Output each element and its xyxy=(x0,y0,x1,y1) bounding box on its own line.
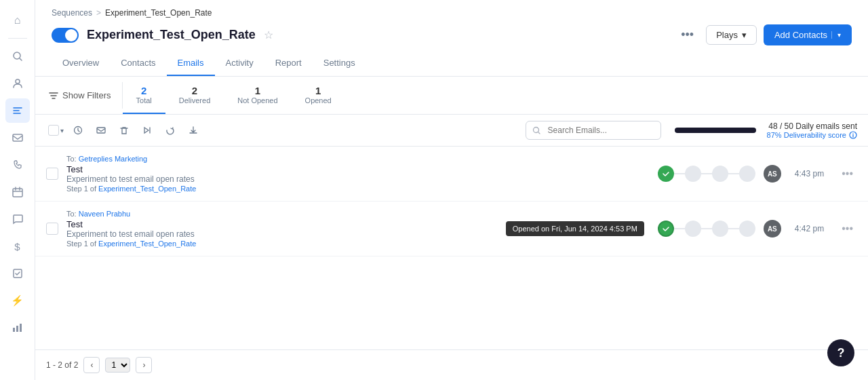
next-page-button[interactable]: › xyxy=(136,357,152,373)
row-checkbox-2[interactable] xyxy=(46,223,58,235)
sidebar-item-calendar[interactable] xyxy=(5,180,30,204)
add-contacts-label: Add Contacts xyxy=(774,30,827,40)
svg-line-17 xyxy=(538,132,540,134)
toolbar: ▾ xyxy=(35,115,868,147)
tab-activity[interactable]: Activity xyxy=(215,51,264,76)
sidebar-item-reports[interactable] xyxy=(5,316,30,340)
email-more-button-1[interactable]: ••• xyxy=(837,166,857,181)
status-dot-opened-2 xyxy=(658,221,674,237)
email-info-1: To: Getreplies Marketing Test Experiment… xyxy=(66,155,650,193)
skip-button[interactable] xyxy=(137,120,157,140)
not-opened-count: 1 xyxy=(237,85,277,96)
row-checkbox-1[interactable] xyxy=(46,168,58,180)
download-button[interactable] xyxy=(183,120,203,140)
sidebar-item-lightning[interactable]: ⚡ xyxy=(5,288,30,313)
step-label-1: Step 1 of xyxy=(66,185,96,193)
stat-opened[interactable]: 1 Opened xyxy=(292,77,345,114)
title-actions: ••• Plays ▾ Add Contacts ▾ xyxy=(675,24,852,45)
table-row[interactable]: To: Naveen Prabhu Test Experiment to tes… xyxy=(35,202,868,256)
sidebar-item-dollar[interactable]: $ xyxy=(5,234,30,259)
opened-label: Opened xyxy=(305,96,332,104)
info-icon[interactable] xyxy=(849,131,857,139)
title-row: Experiment_Test_Open_Rate ☆ ••• Plays ▾ … xyxy=(52,20,852,51)
stat-not-opened[interactable]: 1 Not Opened xyxy=(224,77,291,114)
email-subject-2: Test xyxy=(66,219,498,229)
email-button[interactable] xyxy=(91,120,111,140)
history-button[interactable] xyxy=(68,120,88,140)
nav-tabs: Overview Contacts Emails Activity Report… xyxy=(52,51,852,76)
stat-total[interactable]: 2 Total xyxy=(123,77,165,114)
sidebar-item-sequences[interactable] xyxy=(5,98,30,123)
pagination: 1 - 2 of 2 ‹ 1 › xyxy=(35,349,868,380)
to-label-1: To: xyxy=(66,155,77,163)
email-list: To: Getreplies Marketing Test Experiment… xyxy=(35,147,868,349)
svg-point-20 xyxy=(852,133,853,134)
star-icon[interactable]: ☆ xyxy=(264,28,273,41)
status-dot-4-2 xyxy=(739,221,755,237)
show-filters-label: Show Filters xyxy=(62,90,111,100)
dot-line-5 xyxy=(701,228,712,229)
email-body-1: Experiment to test email open rates xyxy=(66,174,650,184)
page-select[interactable]: 1 xyxy=(105,358,130,373)
help-button[interactable]: ? xyxy=(827,339,854,366)
sidebar-item-phone[interactable] xyxy=(5,153,30,177)
add-contacts-button[interactable]: Add Contacts ▾ xyxy=(764,24,852,45)
delivered-count: 2 xyxy=(179,85,210,96)
opened-count: 1 xyxy=(305,85,332,96)
sidebar: ⌂ $ ⚡ xyxy=(0,0,35,380)
plays-button[interactable]: Plays ▾ xyxy=(706,25,757,45)
filter-icon xyxy=(49,91,58,100)
sidebar-item-chat[interactable] xyxy=(5,207,30,231)
dot-line-3 xyxy=(728,173,739,174)
status-dot-2-1 xyxy=(685,166,701,182)
sidebar-item-home[interactable]: ⌂ xyxy=(5,8,30,33)
tab-overview[interactable]: Overview xyxy=(52,51,110,76)
topbar: Sequences > Experiment_Test_Open_Rate Ex… xyxy=(35,0,868,77)
status-dot-2-2 xyxy=(685,221,701,237)
step-link-2[interactable]: Experiment_Test_Open_Rate xyxy=(98,240,196,248)
svg-rect-13 xyxy=(97,128,105,133)
stat-delivered[interactable]: 2 Delivered xyxy=(165,77,224,114)
tab-emails[interactable]: Emails xyxy=(167,51,215,76)
main-content: Sequences > Experiment_Test_Open_Rate Ex… xyxy=(35,0,868,380)
toggle-switch[interactable] xyxy=(52,28,79,43)
email-step-2: Step 1 of Experiment_Test_Open_Rate xyxy=(66,240,498,248)
sidebar-item-contacts[interactable] xyxy=(5,71,30,96)
email-more-button-2[interactable]: ••• xyxy=(837,221,857,236)
show-filters-button[interactable]: Show Filters xyxy=(46,82,123,109)
email-status-2 xyxy=(658,221,755,237)
tab-report[interactable]: Report xyxy=(264,51,313,76)
total-count: 2 xyxy=(136,85,152,96)
email-recipient-1[interactable]: Getreplies Marketing xyxy=(79,155,148,163)
email-subject-1: Test xyxy=(66,164,650,174)
refresh-button[interactable] xyxy=(160,120,180,140)
more-options-button[interactable]: ••• xyxy=(675,25,699,45)
sidebar-item-tasks[interactable] xyxy=(5,261,30,286)
svg-rect-10 xyxy=(16,326,18,332)
sidebar-item-mail[interactable] xyxy=(5,126,30,150)
svg-line-1 xyxy=(20,58,22,60)
email-avatar-2: AS xyxy=(764,220,781,238)
select-all-checkbox[interactable]: ▾ xyxy=(46,121,65,140)
dot-line-1 xyxy=(674,173,685,174)
delete-button[interactable] xyxy=(114,120,134,140)
svg-rect-11 xyxy=(20,324,22,332)
page-title: Experiment_Test_Open_Rate xyxy=(87,28,256,42)
deliverability-score-text: 87% Deliverability score xyxy=(767,131,857,139)
prev-page-button[interactable]: ‹ xyxy=(83,357,100,373)
search-input[interactable] xyxy=(526,121,661,140)
table-row[interactable]: To: Getreplies Marketing Test Experiment… xyxy=(35,147,868,202)
breadcrumb-parent[interactable]: Sequences xyxy=(52,8,92,18)
email-recipient-2[interactable]: Naveen Prabhu xyxy=(79,210,130,218)
breadcrumb-sep: > xyxy=(96,8,101,18)
sidebar-item-search[interactable] xyxy=(5,44,30,69)
step-link-1[interactable]: Experiment_Test_Open_Rate xyxy=(98,185,196,193)
not-opened-label: Not Opened xyxy=(237,96,277,104)
sidebar-divider-1 xyxy=(8,38,27,39)
tab-settings[interactable]: Settings xyxy=(313,51,366,76)
status-dot-4-1 xyxy=(739,166,755,182)
toggle-knob xyxy=(65,29,77,41)
daily-emails-text: 48 / 50 Daily emails sent xyxy=(768,121,857,131)
email-time-2: 4:42 pm xyxy=(795,224,824,233)
tab-contacts[interactable]: Contacts xyxy=(110,51,166,76)
